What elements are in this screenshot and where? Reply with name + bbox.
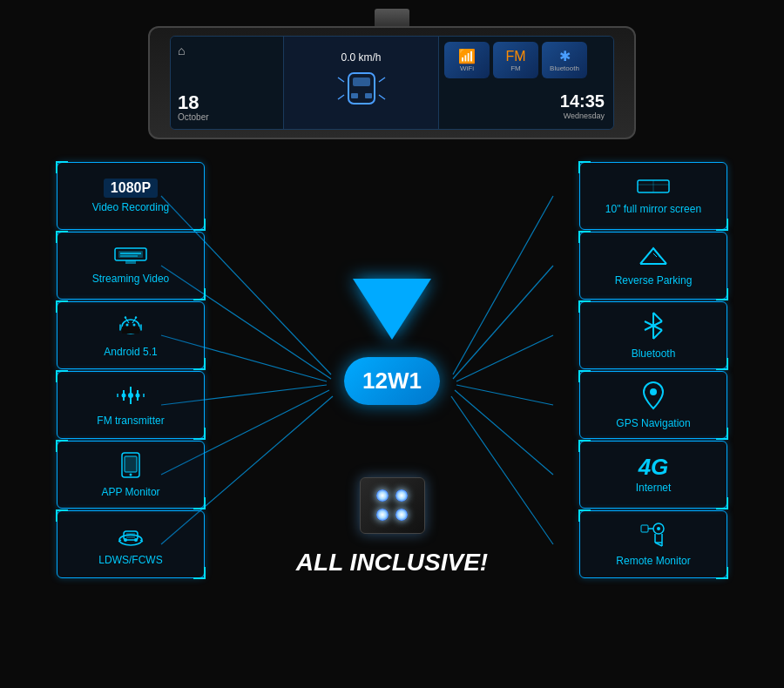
svg-line-61 bbox=[653, 330, 662, 339]
wifi-app: 📶 WiFi bbox=[444, 42, 490, 78]
mirror-screen: ⌂ 18 October 0.0 km/h bbox=[170, 36, 614, 130]
feature-video-recording: 1080P Video Recording bbox=[57, 162, 205, 230]
led-4 bbox=[395, 509, 408, 521]
svg-point-40 bbox=[136, 394, 140, 398]
svg-line-15 bbox=[453, 266, 553, 379]
feature-reverse-parking: Reverse Parking bbox=[579, 232, 727, 300]
svg-line-19 bbox=[451, 396, 553, 544]
home-icon: ⌂ bbox=[178, 44, 276, 57]
feature-app-monitor: APP Monitor bbox=[57, 441, 205, 509]
svg-rect-2 bbox=[351, 93, 358, 98]
feature-label-internet: Internet bbox=[636, 482, 672, 494]
svg-point-36 bbox=[128, 393, 133, 398]
svg-point-51 bbox=[134, 538, 138, 542]
svg-point-38 bbox=[122, 394, 126, 398]
feature-label-streaming: Streaming Video bbox=[92, 273, 170, 285]
svg-rect-26 bbox=[122, 327, 139, 334]
android-icon bbox=[118, 313, 144, 342]
bluetooth-app: ✱ Bluetooth bbox=[542, 42, 587, 78]
camera-leds bbox=[376, 489, 408, 521]
feature-bluetooth: Bluetooth bbox=[579, 301, 727, 369]
mirror-device: ⌂ 18 October 0.0 km/h bbox=[148, 9, 636, 144]
svg-rect-24 bbox=[125, 260, 136, 264]
svg-line-14 bbox=[453, 196, 553, 374]
svg-line-7 bbox=[379, 95, 385, 99]
app-monitor-icon bbox=[118, 451, 143, 482]
clock-time: 14:35 bbox=[560, 91, 605, 111]
mirror-screen-icon bbox=[636, 177, 671, 199]
all-inclusive-text: ALL INCLUSIVE! bbox=[296, 549, 488, 577]
svg-point-65 bbox=[657, 527, 660, 530]
feature-label-reverse: Reverse Parking bbox=[615, 274, 693, 287]
clock-weekday: Wednesday bbox=[564, 111, 605, 120]
feature-label-mirror: 10" full mirror screen bbox=[605, 203, 701, 215]
screen-date: 18 October bbox=[178, 93, 276, 122]
svg-point-29 bbox=[126, 324, 129, 327]
mirror-body: ⌂ 18 October 0.0 km/h bbox=[148, 26, 636, 139]
led-3 bbox=[376, 509, 389, 521]
feature-label-bluetooth: Bluetooth bbox=[632, 347, 676, 360]
screen-right-panel: 📶 WiFi FM FM ✱ Bluetooth 14:35 Wednesday bbox=[439, 37, 613, 129]
app-grid: 📶 WiFi FM FM ✱ Bluetooth bbox=[444, 42, 608, 78]
svg-rect-3 bbox=[365, 93, 372, 98]
fm-transmitter-icon bbox=[115, 383, 146, 411]
svg-line-6 bbox=[379, 78, 385, 82]
feature-label-gps: GPS Navigation bbox=[616, 417, 690, 429]
remote-monitor-icon bbox=[638, 522, 669, 551]
feature-label-fm: FM transmitter bbox=[97, 415, 164, 427]
speed-display: 0.0 km/h bbox=[341, 51, 381, 64]
svg-line-59 bbox=[653, 313, 662, 321]
fm-app: FM FM bbox=[493, 42, 538, 78]
svg-point-30 bbox=[133, 324, 136, 327]
clock-area: 14:35 Wednesday bbox=[444, 88, 608, 124]
screen-center-panel: 0.0 km/h bbox=[284, 37, 439, 129]
svg-rect-21 bbox=[118, 251, 143, 258]
svg-point-46 bbox=[130, 474, 132, 476]
led-2 bbox=[395, 489, 408, 502]
led-1 bbox=[376, 489, 389, 502]
down-arrow bbox=[353, 279, 431, 340]
svg-rect-49 bbox=[126, 533, 135, 538]
svg-line-17 bbox=[456, 385, 553, 405]
features-diagram: 12W1 1080P Video Recording Streaming Vid… bbox=[0, 148, 784, 688]
svg-point-50 bbox=[124, 538, 127, 542]
svg-rect-1 bbox=[353, 78, 370, 86]
mirror-mount bbox=[375, 9, 409, 26]
svg-rect-67 bbox=[641, 525, 648, 532]
internet-4g-icon: 4G bbox=[639, 455, 669, 478]
camera-body bbox=[360, 477, 425, 534]
feature-label-remote: Remote Monitor bbox=[616, 555, 690, 567]
feature-label-video-recording: Video Recording bbox=[92, 201, 170, 213]
feature-fm-transmitter: FM transmitter bbox=[57, 371, 205, 439]
screen-left-panel: ⌂ 18 October bbox=[171, 37, 284, 129]
svg-line-5 bbox=[338, 95, 344, 99]
wifi-icon: 📶 bbox=[458, 48, 476, 64]
gps-icon bbox=[642, 381, 665, 414]
car-top-view-icon bbox=[335, 69, 388, 114]
bluetooth-icon bbox=[642, 311, 665, 344]
svg-point-63 bbox=[650, 388, 657, 395]
svg-point-34 bbox=[135, 316, 137, 318]
feature-internet: 4G Internet bbox=[579, 441, 727, 509]
feature-label-ldws: LDWS/FCWS bbox=[98, 554, 162, 566]
ldws-icon bbox=[114, 523, 147, 550]
svg-point-33 bbox=[125, 316, 126, 318]
resolution-badge: 1080P bbox=[104, 179, 158, 198]
streaming-icon bbox=[113, 246, 148, 269]
feature-gps: GPS Navigation bbox=[579, 371, 727, 439]
svg-rect-44 bbox=[125, 456, 137, 472]
rear-camera bbox=[353, 470, 431, 540]
feature-full-mirror: 10" full mirror screen bbox=[579, 162, 727, 230]
bt-icon: ✱ bbox=[559, 48, 571, 64]
svg-line-18 bbox=[455, 390, 553, 475]
svg-line-4 bbox=[338, 78, 344, 82]
feature-ldws: LDWS/FCWS bbox=[57, 510, 205, 578]
feature-label-android: Android 5.1 bbox=[104, 346, 157, 358]
feature-android: Android 5.1 bbox=[57, 301, 205, 369]
fm-icon: FM bbox=[505, 49, 525, 64]
reverse-parking-icon bbox=[636, 245, 671, 271]
svg-line-16 bbox=[456, 335, 553, 381]
center-badge: 12W1 bbox=[344, 357, 440, 405]
feature-remote-monitor: Remote Monitor bbox=[579, 510, 727, 578]
feature-streaming-video: Streaming Video bbox=[57, 232, 205, 300]
